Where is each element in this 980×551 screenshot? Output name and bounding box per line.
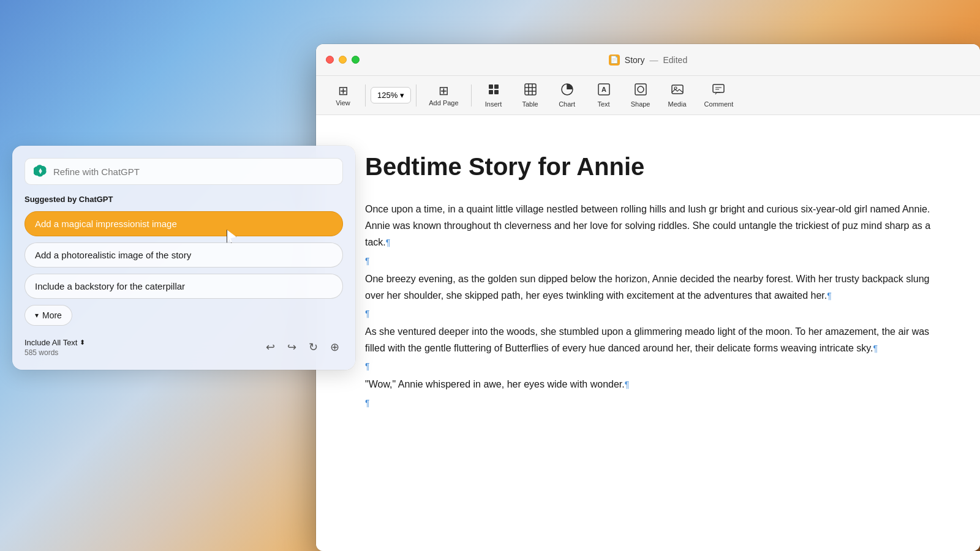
maximize-button[interactable] xyxy=(352,56,360,64)
comment-icon xyxy=(712,83,725,98)
chart-icon xyxy=(560,83,574,98)
toolbar-divider-3 xyxy=(471,84,472,107)
zoom-chevron-icon: ▾ xyxy=(400,91,404,100)
suggested-label: Suggested by ChatGPT xyxy=(24,195,343,204)
chart-label: Chart xyxy=(559,100,575,108)
title-separator: — xyxy=(649,55,658,65)
chatgpt-search-bar[interactable] xyxy=(24,158,343,185)
media-label: Media xyxy=(668,100,687,108)
window-controls xyxy=(326,56,360,64)
text-label: Text xyxy=(597,100,609,108)
svg-text:A: A xyxy=(601,86,606,93)
insert-label: Insert xyxy=(485,100,502,108)
pilcrow-1: ¶ xyxy=(386,238,391,247)
shape-button[interactable]: Shape xyxy=(624,79,658,111)
paragraph-2: One breezy evening, as the golden sun di… xyxy=(365,271,931,304)
insert-button[interactable]: Insert xyxy=(477,79,511,111)
more-button[interactable]: ▾ More xyxy=(24,305,72,326)
redo-button[interactable]: ↪ xyxy=(284,337,300,358)
text-button[interactable]: A Text xyxy=(587,79,621,111)
suggestion-2-text: Add a photorealistic image of the story xyxy=(35,250,191,260)
view-button[interactable]: ⊞ View xyxy=(326,81,360,110)
include-chevron-icon: ⬍ xyxy=(80,339,85,347)
pilcrow-3: ¶ xyxy=(873,343,878,353)
refresh-icon: ↻ xyxy=(309,341,318,353)
panel-footer: Include All Text ⬍ 585 words ↩ ↪ ↻ ⊕ xyxy=(24,337,343,358)
suggestion-button-1[interactable]: Add a magical impressionist image xyxy=(24,211,343,236)
view-icon: ⊞ xyxy=(338,84,349,97)
media-icon xyxy=(671,83,684,98)
svg-rect-13 xyxy=(635,84,646,95)
close-button[interactable] xyxy=(326,56,334,64)
comment-button[interactable]: Comment xyxy=(697,79,741,111)
zoom-value: 125% xyxy=(377,91,398,100)
chatgpt-panel: Suggested by ChatGPT Add a magical impre… xyxy=(12,146,355,370)
undo-button[interactable]: ↩ xyxy=(262,337,279,358)
include-all-text-control[interactable]: Include All Text ⬍ 585 words xyxy=(24,338,85,357)
minimize-button[interactable] xyxy=(339,56,347,64)
svg-point-16 xyxy=(674,87,677,89)
suggestion-button-2[interactable]: Add a photorealistic image of the story xyxy=(24,242,343,268)
document-heading: Bedtime Story for Annie xyxy=(365,152,931,181)
suggestion-1-text: Add a magical impressionist image xyxy=(35,219,177,229)
svg-rect-0 xyxy=(489,84,493,89)
chevron-down-icon: ▾ xyxy=(35,311,39,320)
add-page-icon: ⊞ xyxy=(439,84,449,97)
svg-rect-15 xyxy=(672,85,683,94)
undo-icon: ↩ xyxy=(266,341,275,353)
pilcrow-line-4: ¶ xyxy=(365,398,931,408)
document-title-text: Story xyxy=(625,55,645,65)
refresh-button[interactable]: ↻ xyxy=(305,337,322,358)
add-icon: ⊕ xyxy=(330,341,339,353)
paragraph-1: Once upon a time, in a quaint little vil… xyxy=(365,201,931,251)
document-content: Bedtime Story for Annie Once upon a time… xyxy=(316,115,980,551)
add-page-label: Add Page xyxy=(429,99,458,107)
add-button[interactable]: ⊕ xyxy=(326,337,343,358)
word-count: 585 words xyxy=(24,348,85,357)
include-all-text-label: Include All Text ⬍ xyxy=(24,338,85,347)
add-page-button[interactable]: ⊞ Add Page xyxy=(421,81,466,110)
comment-label: Comment xyxy=(704,100,734,108)
title-bar: 📄 Story — Edited xyxy=(316,44,980,76)
pilcrow-line-3: ¶ xyxy=(365,361,931,371)
paragraph-3-text: As she ventured deeper into the woods, s… xyxy=(365,326,929,353)
chatgpt-search-input[interactable] xyxy=(53,167,334,177)
media-button[interactable]: Media xyxy=(660,79,695,111)
more-label: More xyxy=(42,310,62,320)
pilcrow-4: ¶ xyxy=(625,380,630,389)
insert-icon xyxy=(487,83,500,98)
svg-rect-2 xyxy=(489,90,493,94)
pages-window: 📄 Story — Edited ⊞ View 125% ▾ ⊞ Add Pag… xyxy=(316,44,980,551)
table-button[interactable]: Table xyxy=(513,79,548,111)
paragraph-2-text: One breezy evening, as the golden sun di… xyxy=(365,274,929,301)
text-icon: A xyxy=(597,83,611,98)
pilcrow-line-1: ¶ xyxy=(365,256,931,266)
svg-point-14 xyxy=(638,86,644,92)
chart-button[interactable]: Chart xyxy=(550,79,584,111)
shape-label: Shape xyxy=(631,100,650,108)
edited-label: Edited xyxy=(663,55,687,65)
suggestion-button-3[interactable]: Include a backstory for the caterpillar xyxy=(24,274,343,299)
pilcrow-line-2: ¶ xyxy=(365,309,931,318)
chatgpt-logo-icon xyxy=(34,165,47,178)
svg-rect-3 xyxy=(494,90,499,94)
paragraph-1-text: Once upon a time, in a quaint little vil… xyxy=(365,204,930,247)
svg-rect-1 xyxy=(494,84,499,89)
view-label: View xyxy=(336,99,350,107)
pilcrow-2: ¶ xyxy=(827,291,832,301)
toolbar-divider-2 xyxy=(416,84,417,107)
toolbar: ⊞ View 125% ▾ ⊞ Add Page Insert xyxy=(316,76,980,115)
footer-actions: ↩ ↪ ↻ ⊕ xyxy=(262,337,343,358)
table-label: Table xyxy=(522,100,538,108)
paragraph-4: "Wow," Annie whispered in awe, her eyes … xyxy=(365,376,931,392)
table-icon xyxy=(524,83,537,98)
svg-rect-4 xyxy=(525,84,536,95)
paragraph-4-text: "Wow," Annie whispered in awe, her eyes … xyxy=(365,379,625,389)
suggestion-3-text: Include a backstory for the caterpillar xyxy=(35,281,185,291)
document-icon: 📄 xyxy=(609,54,620,66)
svg-rect-17 xyxy=(713,84,724,92)
paragraph-3: As she ventured deeper into the woods, s… xyxy=(365,323,931,356)
window-title: 📄 Story — Edited xyxy=(609,54,687,66)
redo-icon: ↪ xyxy=(287,341,296,353)
zoom-control[interactable]: 125% ▾ xyxy=(371,87,411,103)
